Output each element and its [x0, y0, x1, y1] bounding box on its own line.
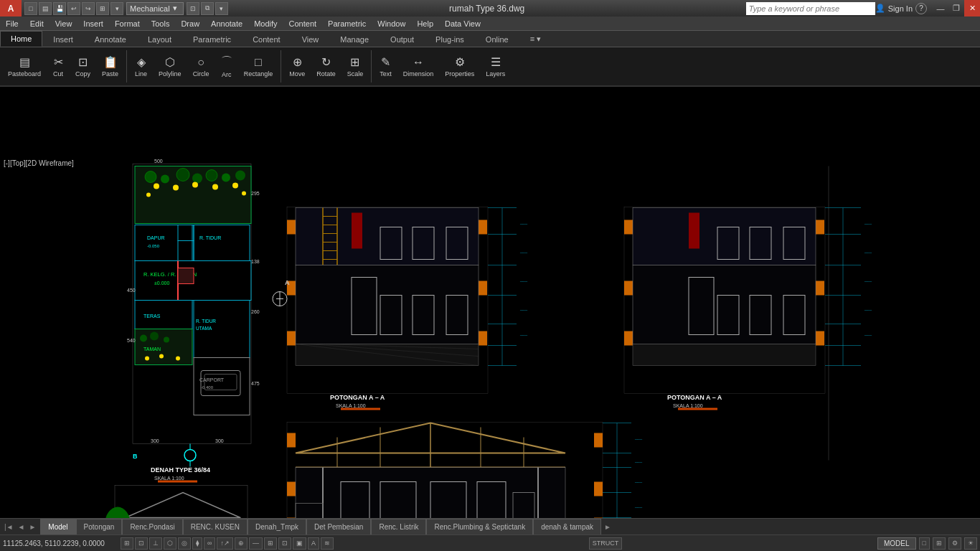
- dyn-button[interactable]: ⊕: [235, 537, 248, 550]
- sheet-tab-renc-kusen[interactable]: RENC. KUSEN: [183, 519, 248, 534]
- svg-text:___: ___: [519, 331, 528, 336]
- signin-label[interactable]: Sign In: [888, 4, 913, 13]
- ribbon-tab-insert[interactable]: Insert: [42, 31, 84, 47]
- ribbon-btn-text[interactable]: ✎Text: [374, 49, 397, 85]
- ducs-button[interactable]: ↑↗: [217, 537, 233, 550]
- ribbon-tab-online[interactable]: Online: [475, 31, 519, 47]
- svg-text:±0.000: ±0.000: [154, 281, 169, 286]
- open-button[interactable]: ▤: [39, 2, 52, 15]
- menu-item-data-view[interactable]: Data View: [439, 17, 486, 31]
- tspace-button[interactable]: ⊞: [264, 537, 277, 550]
- layout-icon2[interactable]: ⊞: [933, 537, 946, 550]
- tab-first-arrow[interactable]: |◄: [3, 523, 15, 531]
- wsync-button[interactable]: ≋: [321, 537, 334, 550]
- polar-button[interactable]: ⬡: [164, 537, 176, 550]
- ribbon-btn-rotate[interactable]: ↻Rotate: [311, 49, 341, 85]
- sel-button[interactable]: ▣: [293, 537, 306, 550]
- app-icon[interactable]: A: [0, 0, 22, 17]
- ribbon-tab-output[interactable]: Output: [380, 31, 425, 47]
- ribbon-tab-plug-ins[interactable]: Plug-ins: [425, 31, 475, 47]
- close-button[interactable]: ✕: [964, 0, 980, 17]
- menu-item-tools[interactable]: Tools: [146, 17, 176, 31]
- menu-item-insert[interactable]: Insert: [77, 17, 109, 31]
- menu-item-edit[interactable]: Edit: [24, 17, 50, 31]
- save-button[interactable]: 💾: [53, 2, 66, 15]
- drawing-canvas[interactable]: DAPUR -0.050 R. TIDUR R. KELG. / R. MAKA…: [0, 87, 980, 518]
- sheet-tab-renc-plumbing-septictank[interactable]: Renc.Plumbing & Septictank: [426, 519, 533, 534]
- undo-button[interactable]: ↩: [67, 2, 80, 15]
- ribbon-btn-layers[interactable]: ☰Layers: [481, 49, 510, 85]
- anno-button[interactable]: A: [308, 537, 319, 550]
- menu-item-help[interactable]: Help: [411, 17, 439, 31]
- osnap-button[interactable]: ◎: [178, 537, 191, 550]
- settings-icon[interactable]: ⚙: [948, 537, 961, 550]
- light-icon[interactable]: ☀: [964, 537, 977, 550]
- 3dosnap-button[interactable]: ⧫: [192, 537, 202, 550]
- help-icon[interactable]: ?: [915, 3, 927, 14]
- svg-rect-160: [287, 433, 296, 448]
- ribbon-btn-pasteboard[interactable]: ▤Pasteboard: [3, 49, 46, 85]
- sheet-tab-model[interactable]: Model: [40, 519, 75, 534]
- maximize-button[interactable]: ❐: [948, 0, 964, 17]
- sheet-tab-det-pembesian[interactable]: Det Pembesian: [306, 519, 371, 534]
- ribbon-btn-dimension[interactable]: ↔Dimension: [398, 49, 439, 85]
- plot-button[interactable]: ⊞: [96, 2, 109, 15]
- ribbon-btn-cut[interactable]: ✂Cut: [47, 49, 69, 85]
- ribbon-btn-circle[interactable]: ○Circle: [188, 49, 215, 85]
- ribbon-tab-content[interactable]: Content: [242, 31, 291, 47]
- ribbon-tab-view[interactable]: View: [291, 31, 330, 47]
- ribbon-btn-paste[interactable]: 📋Paste: [97, 49, 123, 85]
- tabs-scroll-right[interactable]: ►: [604, 523, 611, 531]
- tool3[interactable]: ▾: [215, 2, 228, 15]
- ortho-button[interactable]: ⊥: [149, 537, 162, 550]
- tab-next-arrow[interactable]: ►: [27, 523, 37, 531]
- menu-item-modify[interactable]: Modify: [248, 17, 283, 31]
- search-input[interactable]: [746, 2, 875, 15]
- qp-button[interactable]: ⊡: [278, 537, 291, 550]
- sheet-tab-denah_tmpk[interactable]: Denah_Tmpk: [248, 519, 306, 534]
- tool1[interactable]: ⊡: [187, 2, 199, 15]
- ribbon-btn-scale[interactable]: ⊞Scale: [342, 49, 369, 85]
- svg-text:A: A: [285, 279, 290, 286]
- lweight-button[interactable]: —: [249, 537, 263, 550]
- struct-button[interactable]: STRUCT: [589, 537, 623, 550]
- sheet-tab-denah-tampak[interactable]: denah & tampak: [533, 519, 601, 534]
- menu-item-content[interactable]: Content: [283, 17, 323, 31]
- ribbon-tab--[interactable]: ≡ ▾: [519, 31, 552, 47]
- ribbon-tab-annotate[interactable]: Annotate: [84, 31, 137, 47]
- ribbon-btn-line[interactable]: ◈Line: [130, 49, 152, 85]
- ribbon-btn-properties[interactable]: ⚙Properties: [440, 49, 479, 85]
- ribbon-btn-move[interactable]: ⊕Move: [284, 49, 310, 85]
- menu-item-format[interactable]: Format: [109, 17, 146, 31]
- workspace-selector[interactable]: Mechanical ▾: [126, 2, 184, 15]
- menu-item-file[interactable]: File: [0, 17, 24, 31]
- minimize-button[interactable]: —: [933, 0, 948, 17]
- menu-item-window[interactable]: Window: [372, 17, 411, 31]
- redo-button[interactable]: ↪: [82, 2, 95, 15]
- ribbon-tab-layout[interactable]: Layout: [137, 31, 182, 47]
- menu-item-annotate[interactable]: Annotate: [205, 17, 248, 31]
- menu-item-draw[interactable]: Draw: [175, 17, 205, 31]
- ribbon-btn-rectangle[interactable]: □Rectangle: [239, 49, 278, 85]
- ribbon-btn-icon: ▤: [19, 55, 30, 69]
- more-button[interactable]: ▾: [110, 2, 123, 15]
- new-button[interactable]: □: [24, 2, 37, 15]
- ribbon-tab-parametric[interactable]: Parametric: [182, 31, 242, 47]
- sheet-tab-renc-listrik[interactable]: Renc. Listrik: [371, 519, 426, 534]
- otrack-button[interactable]: ∞: [204, 537, 215, 550]
- ribbon-tab-manage[interactable]: Manage: [329, 31, 380, 47]
- layout-icon1[interactable]: □: [919, 537, 930, 550]
- ribbon-tab-home[interactable]: Home: [0, 31, 42, 47]
- ribbon-btn-polyline[interactable]: ⬡Polyline: [154, 49, 187, 85]
- sheet-tab-renc-pondasi[interactable]: Renc.Pondasi: [122, 519, 182, 534]
- tool2[interactable]: ⧉: [201, 2, 214, 15]
- sheet-tab-potongan[interactable]: Potongan: [76, 519, 123, 534]
- ribbon-btn-arc[interactable]: ⌒Arc: [216, 49, 237, 85]
- tab-prev-arrow[interactable]: ◄: [17, 523, 27, 531]
- menu-item-parametric[interactable]: Parametric: [322, 17, 372, 31]
- model-button[interactable]: MODEL: [877, 537, 916, 550]
- menu-item-view[interactable]: View: [50, 17, 78, 31]
- snap-button[interactable]: ⊞: [121, 537, 133, 550]
- ribbon-btn-copy[interactable]: ⊡Copy: [70, 49, 95, 85]
- grid-button[interactable]: ⊡: [135, 537, 148, 550]
